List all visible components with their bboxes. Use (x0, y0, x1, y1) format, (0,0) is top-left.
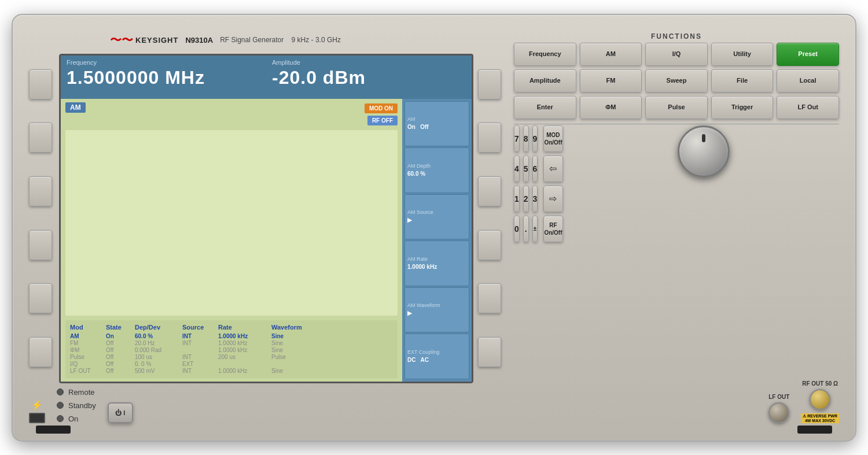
numpad-grid: 7 8 9 4 5 6 1 2 3 0 . ± (514, 125, 538, 242)
num-decimal[interactable]: . (523, 216, 529, 242)
power-button[interactable]: ⏻ I (108, 402, 133, 423)
functions-label: FUNCTIONS (514, 32, 839, 40)
rf-out-bnc[interactable] (810, 389, 830, 410)
mod-onoff-button[interactable]: MODOn/Off (543, 125, 562, 152)
arrow-right-button[interactable]: ⇨ (543, 186, 562, 212)
menu-btn-am-source[interactable]: AM Source ▶ (404, 194, 469, 240)
cell-waveform (271, 361, 318, 367)
frequency-section: Frequency 1.5000000 MHz (67, 59, 260, 95)
side-button-left-5[interactable] (29, 283, 52, 313)
screen-header: Frequency 1.5000000 MHz Amplitude -20.0 … (61, 56, 472, 99)
cell-source (182, 347, 217, 353)
remote-label: Remote (68, 388, 95, 397)
func-am[interactable]: AM (580, 43, 642, 66)
cell-mod: I/Q (70, 361, 105, 367)
cell-mod: LF OUT (70, 368, 105, 374)
cell-source: EXT (182, 361, 217, 367)
cell-dep: 60.0 % (135, 333, 181, 339)
cell-waveform: Sine (271, 347, 318, 353)
foot-left (36, 426, 71, 434)
side-button-left-4[interactable] (29, 230, 52, 260)
menu-btn-ext-coupling[interactable]: EXT Coupling DC AC (404, 334, 469, 379)
func-iq[interactable]: I/Q (645, 43, 708, 66)
func-phim[interactable]: ΦM (580, 96, 642, 119)
side-button-left-1[interactable] (29, 69, 52, 99)
cell-rate: 1.0000 kHz (218, 340, 270, 346)
side-button-right-6[interactable] (478, 337, 501, 367)
lf-out-bnc[interactable] (768, 402, 789, 423)
cell-mod: ΦM (70, 347, 105, 353)
standby-led (57, 402, 64, 409)
divider (514, 124, 839, 124)
cell-mod: FM (70, 340, 105, 346)
func-amplitude[interactable]: Amplitude (514, 69, 576, 93)
cell-state: Off (106, 347, 134, 353)
num-6[interactable]: 6 (532, 156, 538, 182)
rf-onoff-button[interactable]: RFOn/Off (543, 216, 562, 242)
cell-waveform: Sine (271, 368, 318, 374)
cell-state: On (106, 333, 134, 339)
col-depdev: Dep/Dev (135, 324, 181, 331)
table-row: Pulse Off 100 us INT 200 us Pulse (70, 354, 393, 360)
side-button-right-5[interactable] (478, 283, 501, 313)
menu-btn-am-depth[interactable]: AM Depth 60.0 % (404, 147, 469, 193)
func-enter[interactable]: Enter (514, 96, 576, 119)
func-local[interactable]: Local (777, 69, 839, 93)
num-4[interactable]: 4 (514, 156, 520, 182)
usb-section: ⚡ (29, 399, 45, 423)
bottom-left-controls: ⚡ Remote Standby On ⏻ I (29, 388, 503, 423)
num-7[interactable]: 7 (514, 125, 520, 152)
func-lfout[interactable]: LF Out (777, 96, 839, 119)
side-button-left-3[interactable] (29, 176, 52, 206)
num-0[interactable]: 0 (514, 216, 520, 242)
cell-mod: AM (70, 333, 105, 339)
num-3[interactable]: 3 (532, 186, 538, 212)
rf-out-connector: RF OUT 50 Ω ⚠ REVERSE PWR4W MAX 30VDC (801, 380, 839, 423)
side-button-right-2[interactable] (478, 123, 501, 153)
func-utility[interactable]: Utility (711, 43, 774, 66)
right-side-buttons: MODOn/Off ⇦ ⇨ RFOn/Off (543, 125, 562, 242)
logo-wave-icon: 〜〜 (110, 32, 133, 48)
func-sweep[interactable]: Sweep (645, 69, 708, 93)
num-2[interactable]: 2 (523, 186, 529, 212)
func-fm[interactable]: FM (580, 69, 642, 93)
reverse-pwr-warning: ⚠ REVERSE PWR4W MAX 30VDC (801, 413, 839, 423)
usb-icon: ⚡ (31, 399, 43, 410)
cell-rate: 200 us (218, 354, 270, 360)
num-8[interactable]: 8 (523, 125, 529, 152)
side-button-left-2[interactable] (29, 123, 52, 153)
cell-dep: 100 us (135, 354, 181, 360)
side-button-left-6[interactable] (29, 337, 52, 367)
func-frequency[interactable]: Frequency (514, 43, 576, 66)
table-row: AM On 60.0 % INT 1.0000 kHz Sine (70, 333, 393, 339)
num-1[interactable]: 1 (514, 186, 520, 212)
func-preset[interactable]: Preset (777, 43, 839, 66)
num-plusminus[interactable]: ± (532, 216, 538, 242)
num-5[interactable]: 5 (523, 156, 529, 182)
menu-btn-am-rate[interactable]: AM Rate 1.0000 kHz (404, 241, 469, 286)
cell-source: INT (182, 368, 217, 374)
num-9[interactable]: 9 (532, 125, 538, 152)
amplitude-value: -20.0 dBm (272, 67, 466, 88)
cell-rate: 1.0000 kHz (218, 333, 270, 339)
side-button-right-4[interactable] (478, 230, 501, 260)
func-file[interactable]: File (711, 69, 774, 93)
remote-led (57, 389, 64, 395)
on-label: On (68, 415, 78, 423)
func-pulse[interactable]: Pulse (645, 96, 708, 119)
amplitude-label: Amplitude (272, 59, 466, 66)
arrow-left-button[interactable]: ⇦ (543, 156, 562, 182)
rf-off-button[interactable]: RF OFF (367, 116, 398, 125)
func-trigger[interactable]: Trigger (711, 96, 774, 119)
menu-btn-am-waveform[interactable]: AM Waveform ▶ (404, 287, 469, 333)
cell-source: INT (182, 354, 217, 360)
side-button-right-1[interactable] (478, 69, 501, 99)
rotary-knob[interactable] (678, 125, 730, 177)
cell-rate: 1.0000 kHz (218, 347, 270, 353)
menu-btn-am-onoff[interactable]: AM On Off (404, 101, 469, 147)
mod-on-button[interactable]: MOD ON (365, 103, 398, 113)
table-row: FM Off 20.0 Hz INT 1.0000 kHz Sine (70, 340, 393, 346)
functions-row-1: Frequency AM I/Q Utility Preset (514, 43, 839, 66)
side-button-right-3[interactable] (478, 176, 501, 206)
usb-port[interactable] (29, 413, 45, 423)
